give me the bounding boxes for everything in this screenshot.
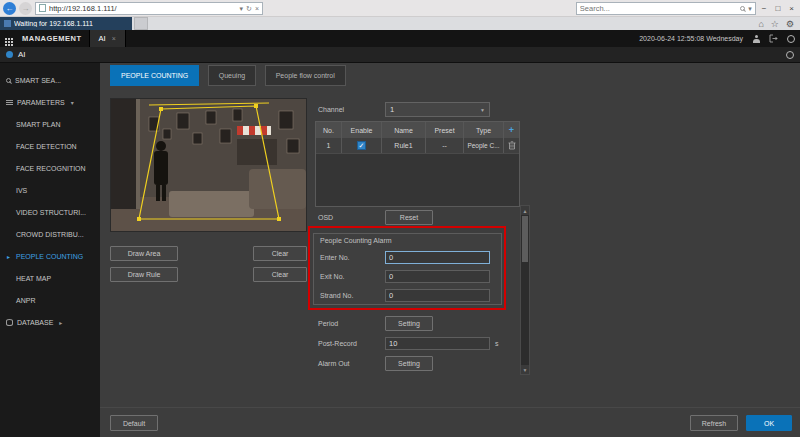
snapshot-icon[interactable] bbox=[786, 51, 794, 59]
rule-name[interactable]: Rule1 bbox=[382, 138, 426, 153]
tab-people-flow-control[interactable]: People flow control bbox=[265, 65, 346, 86]
alarm-group-title: People Counting Alarm bbox=[320, 237, 392, 244]
scroll-down-icon[interactable]: ▼ bbox=[521, 365, 529, 374]
camera-scene bbox=[111, 99, 306, 231]
feature-tabs: PEOPLE COUNTING Queuing People flow cont… bbox=[110, 65, 350, 86]
refresh-icon[interactable]: ↻ bbox=[246, 5, 252, 12]
rules-table-empty-area bbox=[316, 154, 519, 206]
rule-enable-checkbox[interactable]: ✓ bbox=[357, 141, 366, 150]
search-input[interactable] bbox=[580, 4, 737, 13]
exit-no-input[interactable] bbox=[385, 270, 490, 283]
post-record-unit: s bbox=[495, 340, 499, 347]
grid-menu-icon[interactable] bbox=[5, 38, 7, 40]
draw-area-button[interactable]: Draw Area bbox=[110, 246, 178, 261]
tab-title: Waiting for 192.168.1.111 bbox=[14, 20, 93, 27]
url-text[interactable]: http://192.168.1.111/ bbox=[49, 4, 237, 13]
trash-icon bbox=[508, 141, 516, 150]
sidebar-item-face-recognition[interactable]: FACE RECOGNITION bbox=[0, 157, 100, 179]
plus-icon: + bbox=[509, 125, 514, 135]
post-record-label: Post-Record bbox=[318, 340, 357, 347]
alarm-out-label: Alarm Out bbox=[318, 360, 350, 367]
info-icon[interactable] bbox=[787, 35, 795, 43]
channel-select[interactable]: 1 ▼ bbox=[385, 102, 490, 117]
sidebar-item-face-detection[interactable]: FACE DETECTION bbox=[0, 135, 100, 157]
osd-reset-button[interactable]: Reset bbox=[385, 210, 433, 225]
draw-rule-button[interactable]: Draw Rule bbox=[110, 267, 178, 282]
search-magnifier-icon[interactable] bbox=[740, 6, 745, 11]
period-label: Period bbox=[318, 320, 338, 327]
new-tab-button[interactable] bbox=[134, 17, 148, 30]
app-tab-ai[interactable]: AI × bbox=[89, 30, 126, 47]
datetime-label: 2020-06-24 12:55:08 Wednesday bbox=[639, 35, 743, 42]
tab-people-counting[interactable]: PEOPLE COUNTING bbox=[110, 65, 199, 86]
post-record-input[interactable] bbox=[385, 337, 490, 350]
clear-area-button[interactable]: Clear bbox=[253, 246, 307, 261]
logout-icon[interactable] bbox=[769, 34, 778, 43]
ok-button[interactable]: OK bbox=[746, 415, 792, 431]
database-icon bbox=[6, 319, 13, 326]
clear-rule-button[interactable]: Clear bbox=[253, 267, 307, 282]
window-close-icon[interactable]: × bbox=[786, 4, 797, 13]
period-setting-button[interactable]: Setting bbox=[385, 316, 433, 331]
chevron-down-icon[interactable]: ▾ bbox=[240, 5, 244, 12]
address-bar[interactable]: http://192.168.1.111/ ▾ ↻ × bbox=[35, 2, 263, 15]
favorites-star-icon[interactable]: ☆ bbox=[771, 19, 779, 29]
user-icon[interactable] bbox=[752, 35, 760, 43]
delete-rule-button[interactable] bbox=[504, 138, 519, 153]
video-preview[interactable] bbox=[110, 98, 307, 232]
main-content: PEOPLE COUNTING Queuing People flow cont… bbox=[100, 63, 800, 437]
sidebar-item-database[interactable]: DATABASE ▸ bbox=[0, 311, 100, 333]
strand-no-input[interactable] bbox=[385, 289, 490, 302]
scroll-up-icon[interactable]: ▲ bbox=[521, 206, 529, 215]
app-header: MANAGEMENT AI × 2020-06-24 12:55:08 Wedn… bbox=[0, 30, 800, 47]
rule-row[interactable]: 1 ✓ Rule1 -- People C... bbox=[316, 138, 519, 154]
striped-awning bbox=[237, 126, 271, 135]
home-icon[interactable]: ⌂ bbox=[758, 19, 763, 29]
channel-label: Channel bbox=[318, 106, 344, 113]
parameters-icon bbox=[6, 100, 13, 101]
scrollbar-thumb[interactable] bbox=[522, 216, 528, 262]
sidebar-item-smart-search[interactable]: SMART SEA... bbox=[0, 69, 100, 91]
arrow-right-icon: ▸ bbox=[7, 253, 10, 260]
enter-no-input[interactable] bbox=[385, 251, 490, 264]
back-button[interactable]: ← bbox=[3, 2, 16, 15]
minimize-icon[interactable]: − bbox=[759, 4, 770, 13]
footer: Default Refresh OK bbox=[100, 407, 800, 437]
stop-icon[interactable]: × bbox=[255, 5, 259, 12]
default-button[interactable]: Default bbox=[110, 415, 158, 431]
page-header: AI bbox=[0, 47, 800, 63]
search-dropdown-icon[interactable]: ▾ bbox=[748, 5, 752, 12]
sidebar: SMART SEA... PARAMETERS ▾ SMART PLAN FAC… bbox=[0, 63, 100, 437]
sidebar-item-anpr[interactable]: ANPR bbox=[0, 289, 100, 311]
browser-tab-bar: Waiting for 192.168.1.111 ⌂ ☆ ⚙ bbox=[0, 17, 800, 30]
sidebar-item-crowd-distribution[interactable]: CROWD DISTRIBU... bbox=[0, 223, 100, 245]
tab-close-icon[interactable]: × bbox=[112, 35, 116, 42]
sidebar-item-parameters[interactable]: PARAMETERS ▾ bbox=[0, 91, 100, 113]
chevron-down-icon: ▾ bbox=[71, 99, 74, 106]
tools-gear-icon[interactable]: ⚙ bbox=[786, 19, 794, 29]
sidebar-item-people-counting[interactable]: ▸ PEOPLE COUNTING bbox=[0, 245, 100, 267]
chevron-down-icon: ▼ bbox=[480, 107, 485, 113]
page-icon bbox=[39, 4, 46, 12]
search-icon bbox=[6, 78, 11, 83]
browser-tab[interactable]: Waiting for 192.168.1.111 bbox=[0, 17, 132, 30]
rules-table: No. Enable Name Preset Type + 1 ✓ Rule1 … bbox=[315, 121, 520, 207]
sidebar-item-ivs[interactable]: IVS bbox=[0, 179, 100, 201]
chevron-right-icon: ▸ bbox=[59, 319, 62, 326]
alarm-out-setting-button[interactable]: Setting bbox=[385, 356, 433, 371]
rules-table-header: No. Enable Name Preset Type + bbox=[316, 122, 519, 138]
panel-scrollbar[interactable]: ▲ ▼ bbox=[520, 205, 530, 375]
browser-toolbar: ← → http://192.168.1.111/ ▾ ↻ × ▾ − □ × bbox=[0, 0, 800, 17]
maximize-icon[interactable]: □ bbox=[772, 4, 783, 13]
enter-no-label: Enter No. bbox=[320, 254, 350, 261]
tab-queuing[interactable]: Queuing bbox=[208, 65, 256, 86]
add-rule-button[interactable]: + bbox=[504, 122, 519, 138]
forward-button[interactable]: → bbox=[19, 2, 32, 15]
search-box[interactable]: ▾ bbox=[576, 2, 756, 15]
sidebar-item-video-structuring[interactable]: VIDEO STRUCTURI... bbox=[0, 201, 100, 223]
osd-label: OSD bbox=[318, 214, 333, 221]
refresh-button[interactable]: Refresh bbox=[690, 415, 738, 431]
sidebar-item-smart-plan[interactable]: SMART PLAN bbox=[0, 113, 100, 135]
tab-favicon bbox=[4, 20, 11, 27]
sidebar-item-heat-map[interactable]: HEAT MAP bbox=[0, 267, 100, 289]
